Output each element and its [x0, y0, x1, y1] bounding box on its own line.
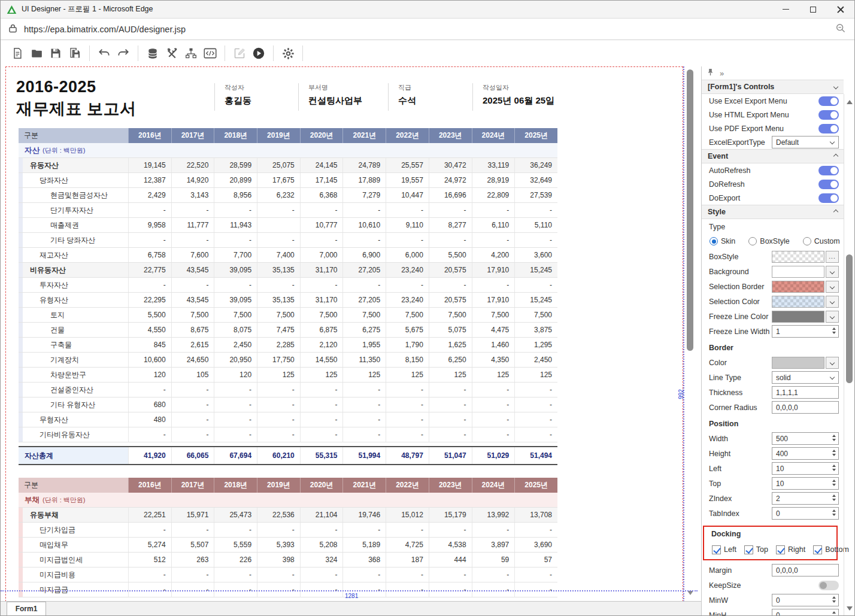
- canvas-scrollbar-thumb[interactable]: [687, 69, 693, 351]
- checkbox-top[interactable]: [744, 545, 753, 554]
- save-copy-icon[interactable]: [65, 44, 84, 62]
- color-swatch-background[interactable]: [772, 266, 824, 278]
- spinner-up-icon[interactable]: [832, 480, 836, 482]
- settings-icon[interactable]: [278, 44, 298, 62]
- double-chevron-right-icon[interactable]: »: [720, 69, 724, 78]
- maximize-button[interactable]: [799, 1, 827, 19]
- spinner-arrows[interactable]: [832, 465, 836, 471]
- toggle-on[interactable]: [818, 96, 839, 106]
- panel-scrollbar-thumb[interactable]: [846, 254, 853, 383]
- minimize-button[interactable]: [772, 1, 799, 19]
- spinner-arrows[interactable]: [832, 327, 836, 334]
- hierarchy-icon[interactable]: [181, 44, 201, 62]
- spinner-arrows[interactable]: [832, 509, 836, 516]
- color-swatch-selection-border[interactable]: [772, 281, 824, 293]
- style-section-header[interactable]: Style: [702, 205, 844, 219]
- controls-header[interactable]: [Form1]'s Controls: [702, 80, 844, 94]
- spinner-up-icon[interactable]: [832, 450, 836, 452]
- spinner-width[interactable]: 500: [772, 432, 839, 445]
- select-excelexporttype[interactable]: Default: [772, 136, 839, 148]
- checkbox-left[interactable]: [712, 545, 721, 554]
- vertical-guide-line[interactable]: [683, 66, 684, 601]
- spinner-height[interactable]: 400: [772, 447, 839, 460]
- dropdown-button[interactable]: [826, 296, 839, 308]
- spinner-up-icon[interactable]: [832, 327, 836, 330]
- pin-icon[interactable]: [707, 68, 714, 78]
- tab-form1[interactable]: Form1: [7, 602, 46, 615]
- checkbox-right[interactable]: [776, 545, 785, 554]
- spinner-tabindex[interactable]: 0: [772, 507, 839, 520]
- edit-icon[interactable]: [230, 44, 249, 62]
- spinner-top[interactable]: 10: [772, 477, 839, 490]
- address-bar[interactable]: https://epa.bimatrix.com/AUD/designer.js…: [1, 19, 854, 40]
- radio-boxstyle[interactable]: [748, 237, 757, 245]
- tools-icon[interactable]: [162, 44, 181, 62]
- spinner-arrows[interactable]: [832, 480, 836, 486]
- spinner-down-icon[interactable]: [832, 484, 836, 486]
- scroll-down-icon[interactable]: [847, 606, 853, 611]
- spinner-left[interactable]: 10: [772, 462, 839, 475]
- spinner-arrows[interactable]: [832, 450, 836, 456]
- spinner-minh[interactable]: 0: [772, 609, 839, 616]
- spinner-arrows[interactable]: [832, 494, 836, 501]
- horizontal-guide-line[interactable]: [1, 590, 698, 591]
- spinner-down-icon[interactable]: [832, 600, 836, 603]
- toggle-on[interactable]: [818, 124, 839, 133]
- dropdown-button[interactable]: [826, 311, 839, 323]
- save-icon[interactable]: [46, 44, 65, 62]
- color-swatch-boxstyle[interactable]: [772, 251, 824, 263]
- select-line-type[interactable]: solid: [772, 371, 839, 384]
- spinner-down-icon[interactable]: [832, 499, 836, 501]
- canvas-scroll-down-icon[interactable]: [687, 591, 693, 595]
- magnifier-icon[interactable]: [835, 23, 846, 35]
- input-margin[interactable]: 0,0,0,0: [772, 564, 839, 576]
- panel-scrollbar[interactable]: [844, 94, 854, 615]
- dropdown-button[interactable]: [826, 281, 839, 293]
- redo-icon[interactable]: [114, 44, 133, 62]
- ellipsis-button[interactable]: ...: [826, 251, 839, 263]
- spinner-freeze-line-width[interactable]: 1: [772, 325, 839, 338]
- design-canvas[interactable]: 2016-2025 재무제표 보고서 작성자홍길동부서명컨설팅사업부직급수석작성…: [1, 66, 701, 601]
- undo-icon[interactable]: [95, 44, 114, 62]
- checkbox-bottom[interactable]: [813, 545, 822, 554]
- toggle-off[interactable]: [818, 581, 839, 590]
- spinner-zindex[interactable]: 2: [772, 492, 839, 505]
- open-folder-icon[interactable]: [27, 44, 46, 62]
- spinner-up-icon[interactable]: [832, 509, 836, 512]
- toggle-on[interactable]: [818, 110, 839, 120]
- radio-custom[interactable]: [803, 237, 811, 245]
- close-button[interactable]: [827, 1, 854, 19]
- input-thickness[interactable]: 1,1,1,1: [772, 386, 839, 399]
- spinner-arrows[interactable]: [832, 435, 836, 441]
- scroll-up-icon[interactable]: [847, 100, 853, 104]
- run-icon[interactable]: [249, 44, 268, 62]
- spinner-down-icon[interactable]: [832, 332, 836, 334]
- spinner-up-icon[interactable]: [832, 494, 836, 497]
- spinner-up-icon[interactable]: [832, 435, 836, 437]
- toggle-on[interactable]: [818, 193, 839, 203]
- dropdown-button[interactable]: [826, 357, 839, 369]
- spinner-minw[interactable]: 0: [772, 594, 839, 606]
- spinner-up-icon[interactable]: [832, 596, 836, 599]
- liability-table[interactable]: 구분2016년2017년2018년2019년2020년2021년2022년202…: [19, 478, 557, 597]
- spinner-up-icon[interactable]: [832, 465, 836, 467]
- input-corner-radius[interactable]: 0,0,0,0: [772, 401, 839, 414]
- toggle-on[interactable]: [818, 180, 839, 189]
- spinner-down-icon[interactable]: [832, 439, 836, 441]
- asset-table[interactable]: 구분2016년2017년2018년2019년2020년2021년2022년202…: [19, 128, 557, 465]
- code-editor-icon[interactable]: [201, 44, 220, 62]
- spinner-up-icon[interactable]: [832, 611, 836, 614]
- spinner-down-icon[interactable]: [832, 469, 836, 471]
- spinner-arrows[interactable]: [832, 596, 836, 603]
- color-swatch-color[interactable]: [772, 357, 824, 369]
- color-swatch-selection-color[interactable]: [772, 296, 824, 308]
- toggle-on[interactable]: [818, 166, 839, 175]
- radio-skin[interactable]: [710, 237, 718, 245]
- spinner-down-icon[interactable]: [832, 514, 836, 516]
- new-document-icon[interactable]: [8, 44, 27, 62]
- spinner-arrows[interactable]: [832, 611, 836, 616]
- spinner-down-icon[interactable]: [832, 454, 836, 456]
- event-section-header[interactable]: Event: [702, 149, 844, 163]
- color-swatch-freeze-line-color[interactable]: [772, 311, 824, 323]
- dropdown-button[interactable]: [826, 266, 839, 278]
